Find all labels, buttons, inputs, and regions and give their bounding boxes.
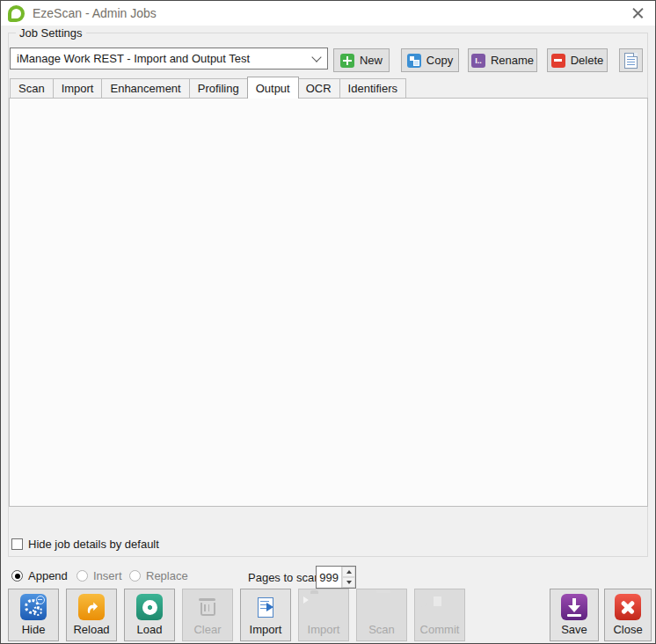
append-label: Append <box>28 569 68 582</box>
append-radio-row: Append <box>11 569 68 582</box>
window-title: EzeScan - Admin Jobs <box>33 6 157 20</box>
commit-icon <box>426 594 453 620</box>
job-settings-legend: Job Settings <box>16 26 86 40</box>
insert-radio-row: Insert <box>77 569 122 582</box>
import-button-label: Import <box>250 623 282 636</box>
copy-button-label: Copy <box>426 54 453 67</box>
delete-icon <box>551 54 565 68</box>
scan-button: Scan <box>356 589 407 641</box>
insert-radio <box>77 570 88 582</box>
tab-import[interactable]: Import <box>54 78 103 99</box>
reload-button[interactable]: Reload <box>66 589 117 641</box>
trash-icon <box>194 594 221 620</box>
rename-job-button[interactable]: Rename <box>468 48 537 72</box>
rename-button-label: Rename <box>491 54 534 67</box>
import-folder-button-label: Import <box>308 623 340 636</box>
ezescan-logo-icon <box>8 5 25 22</box>
load-button[interactable]: Load <box>124 589 175 641</box>
job-notes-button[interactable] <box>619 48 643 72</box>
scan-button-label: Scan <box>368 623 395 636</box>
tab-output[interactable]: Output <box>247 77 299 99</box>
insert-label: Insert <box>93 569 122 582</box>
clear-button-label: Clear <box>193 623 221 636</box>
import-folder-icon <box>310 594 337 620</box>
job-select-value: iManage Work REST - Import and Output Te… <box>17 52 308 65</box>
title-bar: EzeScan - Admin Jobs <box>1 1 655 26</box>
pages-to-scan-label: Pages to scan <box>248 571 320 584</box>
copy-job-button[interactable]: Copy <box>401 48 459 72</box>
import-document-icon <box>252 594 279 620</box>
hide-job-details-checkbox[interactable] <box>11 538 23 550</box>
hide-gears-icon <box>20 594 47 620</box>
copy-icon <box>407 54 421 68</box>
pages-to-scan-spinner[interactable]: 999 <box>316 566 356 589</box>
hide-job-details-row: Hide job details by default <box>11 538 159 551</box>
reload-arrow-icon <box>78 594 105 620</box>
new-icon <box>340 54 354 68</box>
hide-job-details-label: Hide job details by default <box>28 538 159 551</box>
save-download-icon <box>561 594 587 620</box>
tab-ocr[interactable]: OCR <box>298 78 340 99</box>
new-job-button[interactable]: New <box>333 48 390 72</box>
tab-scan[interactable]: Scan <box>10 78 54 99</box>
job-select[interactable]: iManage Work REST - Import and Output Te… <box>10 48 328 70</box>
import-folder-button: Import <box>298 589 349 641</box>
output-tab-panel <box>9 98 648 507</box>
clear-button: Clear <box>182 589 233 641</box>
delete-job-button[interactable]: Delete <box>547 48 608 72</box>
save-button[interactable]: Save <box>550 589 599 641</box>
replace-label: Replace <box>146 569 188 582</box>
replace-radio <box>129 570 141 582</box>
tab-profiling[interactable]: Profiling <box>190 78 248 99</box>
commit-button: Commit <box>414 589 465 641</box>
job-tabs: Scan Import Enhancement Profiling Output… <box>10 77 406 99</box>
document-icon <box>624 53 638 69</box>
window-close-icon[interactable] <box>629 4 648 23</box>
spin-up-icon[interactable] <box>342 567 355 577</box>
ezescan-admin-jobs-window: EzeScan - Admin Jobs Job Settings iManag… <box>0 0 656 644</box>
import-button[interactable]: Import <box>240 589 291 641</box>
spin-down-icon[interactable] <box>342 577 355 588</box>
reload-button-label: Reload <box>73 623 109 636</box>
rename-icon <box>471 54 485 68</box>
load-disc-icon <box>136 594 163 620</box>
tab-identifiers[interactable]: Identifiers <box>340 78 406 99</box>
close-x-icon <box>615 594 641 620</box>
append-radio[interactable] <box>11 570 23 582</box>
pages-to-scan-value: 999 <box>317 567 341 588</box>
save-button-label: Save <box>561 623 587 636</box>
scanner-icon <box>368 594 395 620</box>
delete-button-label: Delete <box>571 54 604 67</box>
hide-button-label: Hide <box>22 623 46 636</box>
new-button-label: New <box>360 54 383 67</box>
spinner-buttons <box>341 567 355 588</box>
close-button-label: Close <box>613 623 642 636</box>
tab-enhancement[interactable]: Enhancement <box>102 78 189 99</box>
chevron-down-icon <box>311 52 321 62</box>
replace-radio-row: Replace <box>129 569 188 582</box>
commit-button-label: Commit <box>420 623 460 636</box>
hide-button[interactable]: Hide <box>8 589 59 641</box>
load-button-label: Load <box>137 623 163 636</box>
close-button[interactable]: Close <box>604 589 652 641</box>
